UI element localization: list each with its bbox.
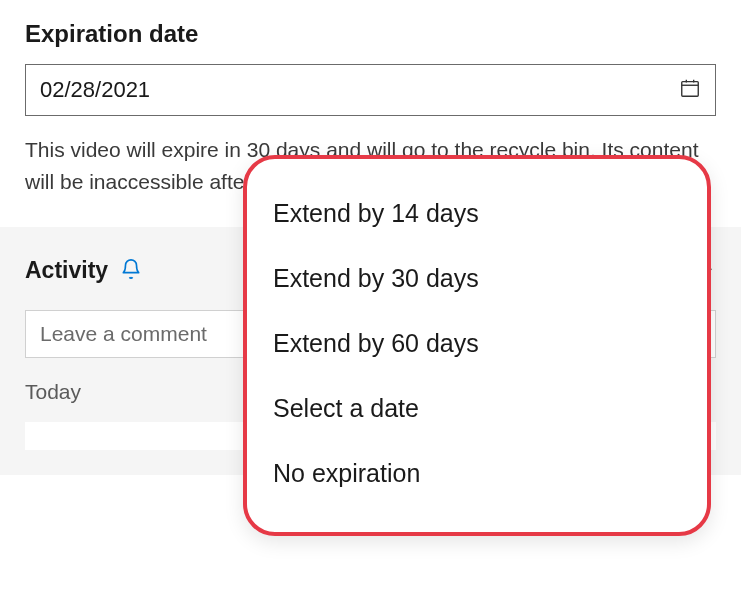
activity-title: Activity <box>25 257 108 284</box>
dropdown-item-no-expiration[interactable]: No expiration <box>271 441 683 506</box>
svg-rect-0 <box>682 82 699 97</box>
bell-icon[interactable] <box>120 258 142 284</box>
comment-placeholder: Leave a comment <box>40 322 207 346</box>
expiration-date-value: 02/28/2021 <box>40 77 150 103</box>
calendar-icon[interactable] <box>679 77 701 103</box>
expiration-date-label: Expiration date <box>25 20 716 48</box>
expiration-date-input[interactable]: 02/28/2021 <box>25 64 716 116</box>
dropdown-item-select-date[interactable]: Select a date <box>271 376 683 441</box>
expiration-dropdown-menu: Extend by 14 days Extend by 30 days Exte… <box>243 155 711 536</box>
dropdown-item-extend-30[interactable]: Extend by 30 days <box>271 246 683 311</box>
dropdown-item-extend-14[interactable]: Extend by 14 days <box>271 181 683 246</box>
dropdown-item-extend-60[interactable]: Extend by 60 days <box>271 311 683 376</box>
